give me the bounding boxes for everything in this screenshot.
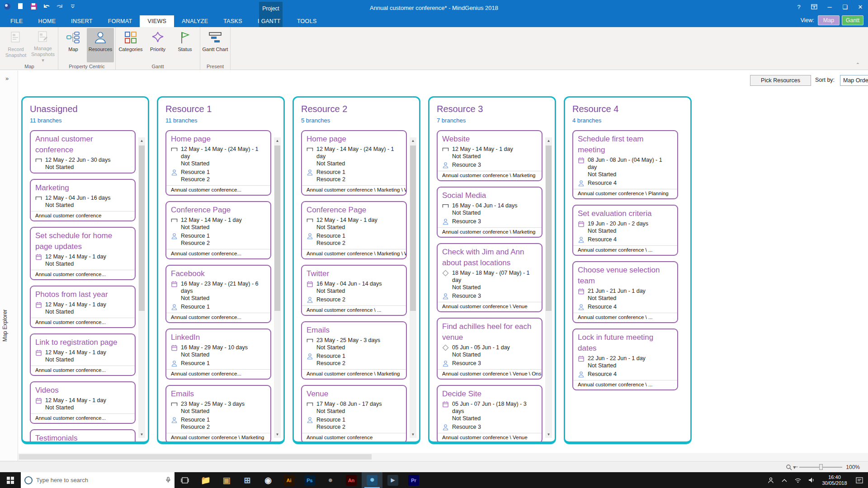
task-card[interactable]: Decide Site05 Jun - 07 Jun - (18 May) - … [437, 385, 542, 443]
gantt-chart-button[interactable]: Gantt Chart [202, 28, 229, 62]
priority-button[interactable]: Priority [144, 28, 171, 62]
scroll-down-icon[interactable]: ▼ [274, 431, 281, 438]
file-explorer-icon[interactable]: 📁 [195, 472, 216, 488]
tab-file[interactable]: FILE [3, 15, 31, 27]
task-card[interactable]: Conference Page12 May - 14 May - 1 dayNo… [301, 201, 407, 259]
view-map-button[interactable]: Map [818, 15, 840, 25]
sort-order-dropdown[interactable]: Map Order ∨ [840, 75, 868, 86]
zoom-magnifier-icon[interactable]: ▾ [786, 464, 796, 470]
photoshop-icon[interactable]: Ps [299, 472, 320, 488]
tab-views[interactable]: VIEWS [140, 15, 174, 27]
task-card[interactable]: Home page12 May - 14 May - (24 May) - 1 … [165, 130, 271, 196]
tab-insert[interactable]: INSERT [63, 15, 100, 27]
photos-app-icon[interactable]: ▣ [216, 472, 237, 488]
animate-icon[interactable]: An [341, 472, 362, 488]
map-explorer-label[interactable]: Map Explorer [2, 310, 8, 342]
pick-resources-button[interactable]: Pick Resources [750, 75, 811, 86]
close-button[interactable]: ✕ [853, 0, 868, 14]
mindgenius-icon[interactable]: ✺ [362, 472, 382, 488]
collapse-ribbon-icon[interactable]: ⌃ [856, 62, 860, 68]
task-card[interactable]: Venue17 May - 08 Jun - 17 daysNot Starte… [301, 385, 407, 443]
task-card[interactable]: Annual customer conference12 May - 22 Ju… [30, 130, 136, 174]
taskbar-clock[interactable]: 16:40 30/05/2018 [818, 474, 851, 486]
horizontal-scrollbar-thumb[interactable] [19, 454, 372, 460]
task-card[interactable]: Marketing12 May - 04 Jun - 16 daysNot St… [30, 179, 136, 221]
ribbon-display-options-button[interactable] [807, 0, 822, 14]
column-scrollbar[interactable]: ▲▼ [274, 137, 281, 438]
tab-tasks[interactable]: TASKS [216, 15, 250, 27]
volume-icon[interactable] [805, 472, 818, 488]
window-title: Annual customer conference* - MindGenius… [0, 0, 868, 15]
restore-button[interactable]: ❏ [837, 0, 853, 14]
scrollbar-thumb[interactable] [410, 145, 416, 311]
scroll-down-icon[interactable]: ▼ [545, 431, 552, 438]
task-card[interactable]: Facebook16 May - 23 May - (21 May) - 6 d… [165, 265, 271, 323]
task-card[interactable]: Set evaluation criteria19 Jun - 20 Jun -… [572, 205, 678, 256]
calculator-icon[interactable]: ⊞ [237, 472, 258, 488]
task-card[interactable]: Conference Page12 May - 14 May - 1 dayNo… [165, 201, 271, 259]
help-button[interactable]: ? [791, 0, 807, 14]
people-icon[interactable] [764, 472, 778, 488]
task-view-button[interactable] [175, 472, 195, 488]
scrollbar-thumb[interactable] [274, 145, 280, 311]
column-scrollbar[interactable]: ▲▼ [410, 137, 416, 438]
tab-analyze[interactable]: ANALYZE [174, 15, 216, 27]
start-button[interactable] [0, 472, 21, 488]
scroll-down-icon[interactable]: ▼ [138, 431, 145, 438]
minimize-button[interactable]: ─ [822, 0, 837, 14]
task-card[interactable]: Check with Jim and Ann about past locati… [437, 243, 542, 312]
view-gantt-button[interactable]: Gantt [842, 15, 863, 25]
illustrator-icon[interactable]: Ai [278, 472, 299, 488]
categories-button[interactable]: Categories [117, 28, 144, 62]
task-card[interactable]: Find achilles heel for each venue05 Jun … [437, 318, 542, 380]
task-card[interactable]: Twitter16 May - 04 Jun - 14 daysNot Star… [301, 265, 407, 316]
taskbar-search[interactable]: Type here to search [21, 472, 175, 488]
microphone-icon[interactable] [165, 477, 171, 483]
scrollbar-thumb[interactable] [546, 145, 552, 311]
tab-home[interactable]: HOME [31, 15, 64, 27]
premiere-icon[interactable]: Pr [403, 472, 424, 488]
task-card[interactable]: Emails23 May - 25 May - 3 daysNot Starte… [165, 385, 271, 443]
tab-format[interactable]: FORMAT [100, 15, 140, 27]
task-card[interactable]: Social Media16 May - 04 Jun - 14 daysNot… [437, 187, 542, 238]
task-card[interactable]: Photos from last year12 May - 14 May - 1… [30, 286, 136, 328]
scroll-up-icon[interactable]: ▲ [410, 137, 416, 144]
map-button[interactable]: Map [60, 28, 87, 62]
task-card[interactable]: Website12 May - 14 May - 1 dayNot Starte… [437, 130, 542, 181]
task-card[interactable]: Lock in future meeting dates22 Jun - 22 … [572, 328, 678, 390]
zoom-minus-icon[interactable]: − [795, 464, 798, 470]
task-card[interactable]: Home page12 May - 14 May - (24 May) - 1 … [301, 130, 407, 196]
scroll-up-icon[interactable]: ▲ [545, 137, 552, 144]
tab-tools[interactable]: TOOLS [289, 15, 325, 27]
task-card[interactable]: Schedule first team meeting08 Jun - 08 J… [572, 130, 678, 199]
task-card[interactable]: Videos12 May - 14 May - 1 dayNot Started… [30, 381, 136, 424]
scroll-down-icon[interactable]: ▼ [410, 431, 416, 438]
tab-gantt[interactable]: GANTT [259, 15, 283, 27]
media-player-icon[interactable]: ▶ [382, 472, 403, 488]
task-card[interactable]: Testimonials12 May - 14 May - 1 dayNot S… [30, 429, 136, 444]
wifi-icon[interactable] [791, 472, 805, 488]
task-card[interactable]: Set schedule for home page updates12 May… [30, 227, 136, 280]
task-card[interactable]: Emails23 May - 25 May - 3 daysNot Starte… [301, 321, 407, 380]
column-scrollbar[interactable]: ▲▼ [138, 137, 145, 438]
chrome-icon[interactable]: ◉ [258, 472, 278, 488]
column-scrollbar[interactable]: ▲▼ [545, 137, 552, 438]
expand-panel-icon[interactable]: » [5, 75, 9, 82]
chevron-up-icon[interactable] [778, 472, 791, 488]
resources-button[interactable]: Resources [87, 28, 114, 62]
assigned-resource: Resource 1 [181, 169, 210, 176]
zoom-slider-thumb[interactable] [819, 464, 823, 470]
resource-column-unassigned: Unassigned11 branchesAnnual customer con… [21, 96, 149, 444]
task-card[interactable]: Choose venue selection team21 Jun - 21 J… [572, 261, 678, 323]
scroll-up-icon[interactable]: ▲ [274, 137, 281, 144]
horizontal-scrollbar[interactable] [18, 453, 868, 460]
zoom-slider[interactable]: − [799, 461, 842, 473]
summary-icon [307, 146, 313, 153]
task-card[interactable]: Link to registration page12 May - 14 May… [30, 333, 136, 376]
scroll-up-icon[interactable]: ▲ [138, 137, 145, 144]
action-center-icon[interactable] [851, 472, 868, 488]
status-button[interactable]: Status [171, 28, 198, 62]
task-card[interactable]: LinkedIn16 May - 29 May - 10 daysNot Sta… [165, 328, 271, 380]
scrollbar-thumb[interactable] [139, 145, 145, 311]
sphere-app-icon[interactable]: ● [320, 472, 341, 488]
